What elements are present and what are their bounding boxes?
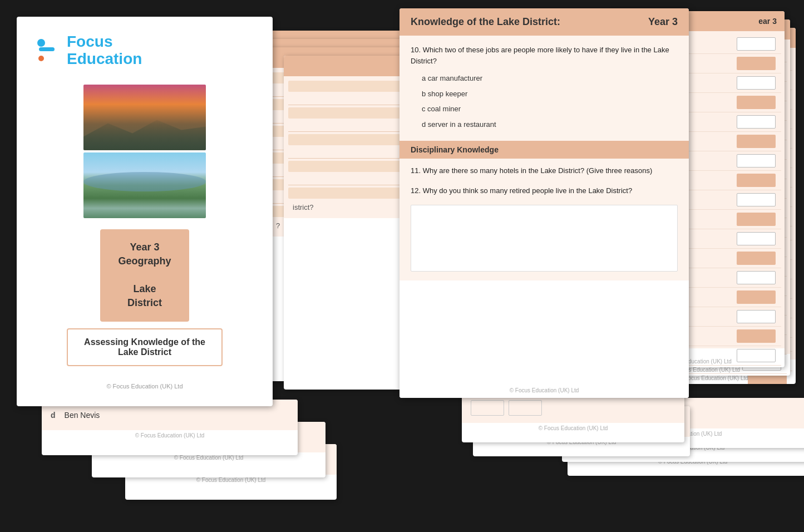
answer-10b: b shop keeper xyxy=(411,86,678,102)
main-knowledge-page: Knowledge of the Lake District: Year 3 1… xyxy=(399,8,689,398)
mountain-sunset-image xyxy=(83,85,206,150)
answer-text: Ben Nevis xyxy=(65,411,100,420)
lake-valley-image xyxy=(83,152,206,218)
logo-text: Focus Education xyxy=(67,33,142,68)
rbc-footer: © Focus Education (UK) Ltd xyxy=(462,423,684,434)
subject-label: Year 3 Geography Lake District xyxy=(100,229,189,322)
answer-10d: d server in a restaurant xyxy=(411,117,678,132)
main-page-body: 10. Which two of these jobs are people m… xyxy=(399,36,689,280)
svg-point-0 xyxy=(37,39,45,47)
focus-education-logo-icon xyxy=(33,37,60,64)
main-page-header: Knowledge of the Lake District: Year 3 xyxy=(399,8,689,36)
disciplinary-knowledge-header: Disciplinary Knowledge xyxy=(399,141,689,159)
question-11: 11. Why are there so many hotels in the … xyxy=(411,165,678,176)
question-12-text: 12. Why do you think so many retired peo… xyxy=(411,185,678,196)
answer-letter: d xyxy=(51,411,56,420)
main-page-footer: © Focus Education (UK) Ltd xyxy=(399,383,689,398)
page-year: Year 3 xyxy=(648,16,678,28)
answer-10a: a car manufacturer xyxy=(411,71,678,86)
cover-page: Focus Education Year 3 Geography Lake Di… xyxy=(17,17,273,406)
question-10: 10. Which two of these jobs are people m… xyxy=(411,45,678,132)
card-footer: © Focus Education (UK) Ltd xyxy=(42,430,298,441)
question-10-text: 10. Which two of these jobs are people m… xyxy=(411,45,678,66)
rbc1: © Focus Education (UK) Ltd xyxy=(462,392,684,442)
cover-subtitle: Assessing Knowledge of the Lake District xyxy=(67,328,223,366)
cover-footer: © Focus Education (UK) Ltd xyxy=(106,377,182,390)
answer-box xyxy=(509,400,542,416)
question-12: 12. Why do you think so many retired peo… xyxy=(411,185,678,196)
answer-box xyxy=(471,400,504,416)
svg-point-2 xyxy=(38,56,44,61)
card-ben-nevis: d Ben Nevis © Focus Education (UK) Ltd xyxy=(42,400,298,455)
answer-10c: c coal miner xyxy=(411,101,678,117)
answer-area xyxy=(411,205,678,272)
svg-rect-1 xyxy=(39,47,55,51)
question-11-text: 11. Why are there so many hotels in the … xyxy=(411,165,678,176)
logo-area: Focus Education xyxy=(33,33,142,68)
page-title: Knowledge of the Lake District: xyxy=(411,16,560,28)
cover-images xyxy=(83,85,206,218)
